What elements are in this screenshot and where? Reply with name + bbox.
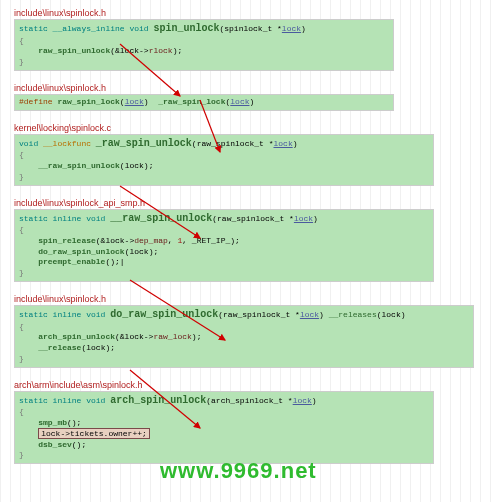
- code-token: (spinlock_t *: [219, 24, 281, 33]
- code-line: #define raw_spin_lock(lock) _raw_spin_lo…: [19, 97, 389, 108]
- code-token: ): [144, 97, 158, 106]
- code-token: lock: [294, 214, 313, 223]
- code-token: ): [301, 24, 306, 33]
- code-token: lock: [293, 396, 312, 405]
- code-token: lock: [273, 139, 292, 148]
- code-token: (&lock->: [96, 236, 134, 245]
- code-block: static __always_inline void spin_unlock(…: [14, 19, 394, 71]
- code-token: __raw_spin_unlock: [110, 213, 212, 224]
- code-line: __raw_spin_unlock(lock);: [19, 161, 429, 172]
- code-token: void: [19, 139, 43, 148]
- code-line: raw_spin_unlock(&lock->rlock);: [19, 46, 389, 57]
- code-token: lock: [125, 97, 144, 106]
- code-token: lock: [230, 97, 249, 106]
- code-line: }: [19, 354, 469, 365]
- code-line: {: [19, 322, 469, 333]
- code-token: arch_spin_unlock: [110, 395, 206, 406]
- code-token: static inline void: [19, 396, 110, 405]
- code-line: spin_release(&lock->dep_map, 1, _RET_IP_…: [19, 236, 429, 247]
- code-token: }: [19, 354, 24, 363]
- code-token: );: [173, 46, 183, 55]
- code-line: {: [19, 150, 429, 161]
- code-token: {: [19, 36, 24, 45]
- file-path-label: arch\arm\include\asm\spinlock.h: [14, 380, 496, 390]
- file-path-label: include\linux\spinlock.h: [14, 294, 496, 304]
- code-token: (lock);: [120, 161, 154, 170]
- code-token: (arch_spinlock_t *: [206, 396, 292, 405]
- code-token: static inline void: [19, 310, 110, 319]
- file-path-label: include\linux\spinlock_api_smp.h: [14, 198, 496, 208]
- code-token: smp_mb: [19, 418, 67, 427]
- code-line: void __lockfunc _raw_spin_unlock(raw_spi…: [19, 137, 429, 151]
- code-token: (raw_spinlock_t *: [218, 310, 300, 319]
- code-token: static __always_inline void: [19, 24, 153, 33]
- code-block: static inline void do_raw_spin_unlock(ra…: [14, 305, 474, 368]
- code-token: static inline void: [19, 214, 110, 223]
- code-token: [19, 429, 38, 438]
- diagram-container: include\linux\spinlock.hstatic __always_…: [4, 8, 496, 464]
- code-token: __releases: [329, 310, 377, 319]
- code-token: ): [249, 97, 254, 106]
- code-block: static inline void arch_spin_unlock(arch…: [14, 391, 434, 464]
- code-token: #define: [19, 97, 57, 106]
- code-token: (&lock->: [115, 332, 153, 341]
- code-token: rlock: [149, 46, 173, 55]
- code-token: do_raw_spin_unlock: [110, 309, 218, 320]
- code-token: ): [313, 214, 318, 223]
- code-token: (lock);: [125, 247, 159, 256]
- code-line: }: [19, 172, 429, 183]
- code-token: raw_spin_unlock: [19, 46, 110, 55]
- code-block: void __lockfunc _raw_spin_unlock(raw_spi…: [14, 134, 434, 186]
- code-line: }: [19, 268, 429, 279]
- code-token: {: [19, 225, 24, 234]
- code-token: do_raw_spin_unlock: [19, 247, 125, 256]
- code-token: lock: [300, 310, 319, 319]
- code-token: __release: [19, 343, 81, 352]
- code-token: lock: [282, 24, 301, 33]
- code-token: }: [19, 57, 24, 66]
- code-token: , _RET_IP_);: [182, 236, 240, 245]
- code-token: ();: [67, 418, 81, 427]
- code-token: }: [19, 268, 24, 277]
- code-token: raw_lock: [153, 332, 191, 341]
- code-block: #define raw_spin_lock(lock) _raw_spin_lo…: [14, 94, 394, 111]
- code-token: (raw_spinlock_t *: [212, 214, 294, 223]
- code-token: (&lock->: [110, 46, 148, 55]
- code-line: static __always_inline void spin_unlock(…: [19, 22, 389, 36]
- code-line: lock->tickets.owner++;: [19, 429, 429, 440]
- code-line: {: [19, 225, 429, 236]
- code-line: {: [19, 36, 389, 47]
- code-line: {: [19, 407, 429, 418]
- code-token: ();|: [105, 257, 124, 266]
- code-token: __raw_spin_unlock: [19, 161, 120, 170]
- code-token: {: [19, 150, 24, 159]
- code-token: spin_release: [19, 236, 96, 245]
- code-token: (raw_spinlock_t *: [192, 139, 274, 148]
- code-token: }: [19, 172, 24, 181]
- code-line: dsb_sev();: [19, 440, 429, 451]
- code-token: ): [319, 310, 329, 319]
- code-token: spin_unlock: [153, 23, 219, 34]
- code-token: {: [19, 322, 24, 331]
- code-token: (lock): [377, 310, 406, 319]
- code-token: ): [312, 396, 317, 405]
- code-token: preempt_enable: [19, 257, 105, 266]
- code-token: _raw_spin_lock: [158, 97, 225, 106]
- code-token: lock->tickets.owner++;: [38, 428, 150, 439]
- code-token: _raw_spin_unlock: [96, 138, 192, 149]
- code-line: static inline void arch_spin_unlock(arch…: [19, 394, 429, 408]
- code-line: static inline void __raw_spin_unlock(raw…: [19, 212, 429, 226]
- file-path-label: kernel\locking\spinlock.c: [14, 123, 496, 133]
- code-token: ();: [72, 440, 86, 449]
- code-line: arch_spin_unlock(&lock->raw_lock);: [19, 332, 469, 343]
- code-line: }: [19, 57, 389, 68]
- code-token: (lock);: [81, 343, 115, 352]
- code-line: preempt_enable();|: [19, 257, 429, 268]
- code-token: );: [192, 332, 202, 341]
- code-token: ,: [168, 236, 178, 245]
- code-line: static inline void do_raw_spin_unlock(ra…: [19, 308, 469, 322]
- code-token: arch_spin_unlock: [19, 332, 115, 341]
- code-block: static inline void __raw_spin_unlock(raw…: [14, 209, 434, 282]
- code-token: {: [19, 407, 24, 416]
- code-token: dep_map: [134, 236, 168, 245]
